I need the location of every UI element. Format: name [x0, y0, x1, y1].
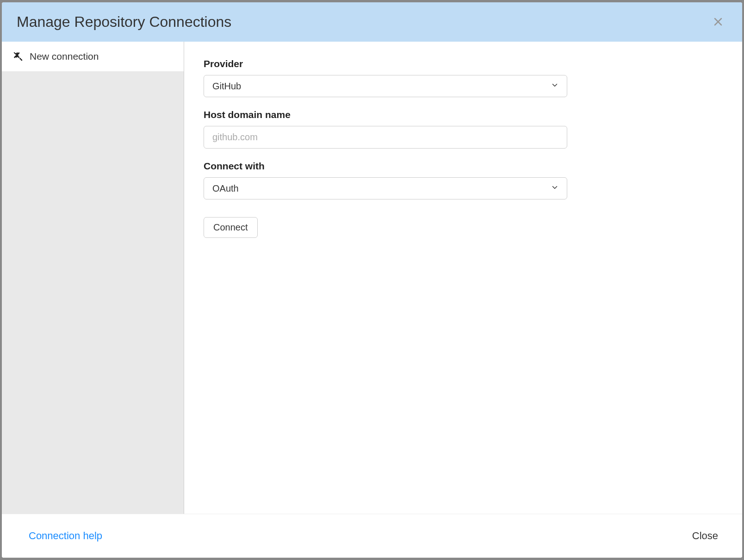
close-button[interactable]: Close: [687, 526, 724, 546]
sidebar-item-new-connection[interactable]: New connection: [2, 42, 184, 72]
form-group-host: Host domain name: [204, 109, 723, 149]
connect-with-label: Connect with: [204, 161, 723, 172]
modal-body: New connection Provider GitHub: [2, 42, 742, 514]
host-label: Host domain name: [204, 109, 723, 120]
content-area: Provider GitHub Host domain name: [184, 42, 742, 514]
provider-label: Provider: [204, 58, 723, 69]
plug-icon: [13, 51, 23, 62]
close-icon[interactable]: [709, 15, 727, 30]
form-group-provider: Provider GitHub: [204, 58, 723, 97]
modal-header: Manage Repository Connections: [2, 2, 742, 42]
connect-with-select[interactable]: OAuth: [204, 177, 567, 199]
modal-title: Manage Repository Connections: [17, 13, 231, 31]
sidebar: New connection: [2, 42, 184, 514]
connection-help-link[interactable]: Connection help: [29, 530, 102, 542]
manage-connections-modal: Manage Repository Connections New conne: [2, 2, 742, 558]
sidebar-item-label: New connection: [30, 51, 99, 62]
connect-button[interactable]: Connect: [204, 217, 258, 238]
form-group-connect-with: Connect with OAuth: [204, 161, 723, 199]
modal-footer: Connection help Close: [2, 514, 742, 558]
host-input[interactable]: [204, 126, 567, 149]
provider-select-wrapper: GitHub: [204, 75, 567, 97]
provider-select[interactable]: GitHub: [204, 75, 567, 97]
connect-with-select-wrapper: OAuth: [204, 177, 567, 199]
